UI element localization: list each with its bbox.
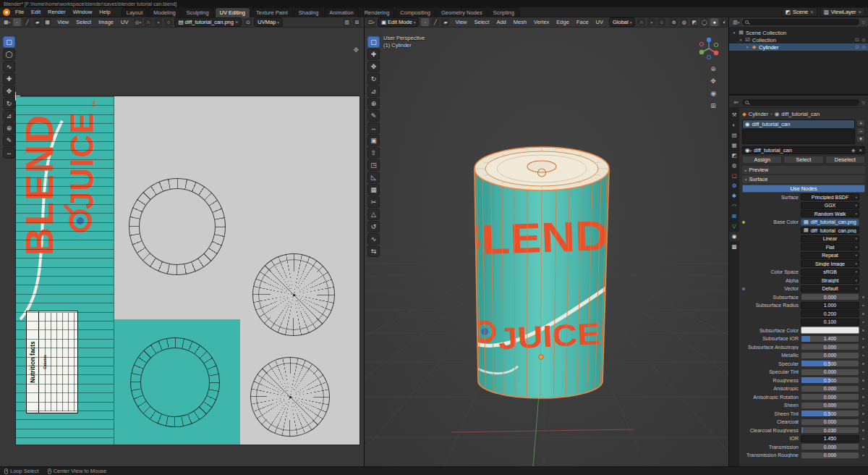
toggle-perspective-icon[interactable]: ⊞ [710, 102, 716, 109]
menu-render[interactable]: Render [44, 8, 69, 16]
xray-icon[interactable]: ◩ [690, 18, 698, 26]
outliner-row-scene-collection[interactable]: ▾▤Scene Collection [729, 29, 868, 36]
field-0-100[interactable]: 0.100 [801, 319, 859, 326]
animate-decorator-icon[interactable] [862, 321, 864, 324]
measure-tool[interactable]: ↔ [3, 147, 15, 159]
uv-menu-image[interactable]: Image [95, 18, 117, 26]
uv-overlay-icon[interactable]: ▥ [343, 18, 351, 26]
particles-tab[interactable]: ✱ [729, 191, 739, 201]
workspace-tab-geometry-nodes[interactable]: Geometry Nodes [436, 7, 488, 17]
editor-type-icon[interactable]: ⊡▾ [367, 18, 375, 26]
output-tab[interactable]: ▤ [729, 130, 739, 140]
field-0-200[interactable]: 0.200 [801, 310, 859, 317]
image-selector[interactable]: ▤ diff_tutorial_can.png × [174, 17, 242, 27]
slider-subsurface-anisotropy[interactable]: 0.000 [801, 343, 859, 350]
proportional-edit-icon[interactable]: ○ [658, 18, 665, 26]
menu-window[interactable]: Window [69, 8, 96, 16]
camera-view-icon[interactable]: ◉ [710, 90, 716, 97]
remove-slot-button[interactable]: − [856, 127, 865, 135]
dropdown-ggx[interactable]: GGX▾ [801, 202, 859, 209]
scale-tool[interactable]: ⊿ [3, 110, 15, 122]
rotate-tool[interactable]: ↻ [3, 98, 15, 109]
menu-edit[interactable]: Edit [27, 8, 44, 16]
shading-solid-icon[interactable]: ● [710, 18, 718, 26]
annotate-tool[interactable]: ✎ [3, 135, 15, 146]
zoom-icon[interactable]: ⊕ [710, 65, 716, 72]
workspace-tab-sculpting[interactable]: Sculpting [182, 7, 214, 17]
hide-render-icon[interactable]: ◎ [861, 37, 866, 43]
outliner-search-input[interactable] [742, 19, 859, 25]
navigation-gizmo[interactable] [697, 36, 721, 61]
dropdown-single-image[interactable]: Single Image▾ [801, 260, 859, 267]
dropdown-principled-bsdf[interactable]: Principled BSDF▾ [801, 193, 859, 201]
move-tool[interactable]: ✥ [367, 61, 380, 72]
face-mode-icon[interactable]: ▰ [441, 18, 449, 26]
animate-decorator-icon[interactable] [862, 413, 864, 415]
breadcrumb-object[interactable]: Cylinder [749, 111, 769, 117]
knife-tool[interactable]: ✂ [367, 196, 380, 208]
unlink-material-icon[interactable]: × [859, 147, 862, 154]
slider-subsurface-ior[interactable]: 1.400 [801, 335, 859, 342]
dropdown-random-walk[interactable]: Random Walk▾ [801, 210, 859, 217]
uv-vertex-select-icon[interactable]: ∙ [13, 18, 21, 26]
show-gizmo-icon[interactable]: ⊕ [670, 18, 678, 26]
animate-decorator-icon[interactable] [862, 421, 864, 424]
pin-image-icon[interactable]: ⊙ [244, 18, 252, 26]
overlays-icon[interactable]: ◍ [680, 18, 688, 26]
spin-tool[interactable]: ↺ [367, 221, 380, 232]
preview-panel-header[interactable]: ▸Preview [742, 166, 865, 174]
viewport-canvas[interactable]: ▢✚✥↻⊿⊕✎↔▣⇧◳◺▦✂△↺∿⇆ User Perspective (1) … [365, 28, 728, 466]
animate-decorator-icon[interactable] [862, 371, 864, 374]
editor-type-icon[interactable]: ▥▾ [732, 18, 740, 26]
transform-tool[interactable]: ⊕ [3, 122, 15, 134]
uv-cap-wheel-top[interactable] [252, 253, 335, 336]
expand-caret-icon[interactable]: ▾ [732, 30, 736, 35]
proportional-edit-icon[interactable]: ○ [164, 18, 172, 26]
slider-transmission[interactable]: 0.000 [801, 443, 859, 450]
uv-menu-uv[interactable]: UV [117, 18, 132, 26]
editor-type-icon[interactable]: ▦▾ [3, 18, 11, 26]
workspace-tab-modeling[interactable]: Modeling [148, 7, 180, 17]
viewport-menu-uv[interactable]: UV [592, 18, 607, 26]
transform-tool[interactable]: ⊕ [367, 98, 380, 109]
scene-unlink-icon[interactable]: × [810, 9, 813, 15]
hide-render-icon[interactable]: ◎ [861, 44, 866, 50]
select-lasso-tool[interactable]: ∿ [3, 61, 15, 72]
modifiers-tab[interactable]: ⚙ [729, 181, 739, 190]
loop-cut-tool[interactable]: ▦ [367, 184, 380, 196]
select-circle-tool[interactable]: ◯ [3, 49, 15, 60]
cursor-tool[interactable]: ✚ [3, 73, 15, 85]
select-button[interactable]: Select [783, 156, 823, 164]
filter-icon[interactable]: ▽ [861, 100, 865, 105]
menu-help[interactable]: Help [95, 8, 114, 16]
deselect-button[interactable]: Deselect [825, 156, 865, 164]
bevel-tool[interactable]: ◺ [367, 172, 380, 183]
slider-sheen[interactable]: 0.000 [801, 402, 859, 409]
animate-decorator-icon[interactable] [862, 405, 864, 407]
slider-specular-tint[interactable]: 0.000 [801, 369, 859, 376]
workspace-tab-rendering[interactable]: Rendering [359, 7, 395, 17]
workspace-tab-shading[interactable]: Shading [294, 7, 324, 17]
slider-roughness[interactable]: 0.500 [801, 377, 859, 384]
animate-decorator-icon[interactable] [862, 438, 864, 440]
material-slot-item[interactable]: ◉ diff_tutorial_can [743, 120, 854, 128]
material-tab[interactable]: ◉ [729, 232, 739, 241]
viewport-menu-view[interactable]: View [451, 18, 470, 26]
scene-selector[interactable]: ◩ Scene × [782, 7, 817, 17]
workspace-tab-layout[interactable]: Layout [122, 7, 148, 17]
snap-options-icon[interactable]: ▾ [154, 18, 162, 26]
hide-viewport-icon[interactable]: ⊡ [855, 37, 859, 43]
uv-image-area[interactable]: BLEND JUICE TM Nutrition facts Calories [16, 96, 359, 445]
snap-magnet-icon[interactable]: ∩ [637, 18, 645, 26]
animate-decorator-icon[interactable] [862, 363, 864, 365]
tool-tab[interactable]: ⚒ [729, 110, 739, 119]
uv-rim-ring-bottom[interactable] [130, 337, 220, 427]
view-layer-unlink-icon[interactable]: × [859, 9, 861, 15]
browse-material-icon[interactable]: ◉▾ [745, 147, 752, 154]
orientation-selector[interactable]: Global ▾ [609, 17, 635, 27]
image-datablock[interactable]: ▤diff_tutorial_can.png2× [801, 227, 859, 234]
slider-transmission-roughness[interactable]: 0.000 [801, 452, 859, 459]
scale-tool[interactable]: ⊿ [367, 85, 380, 97]
can-top[interactable] [475, 147, 609, 190]
slot-specials-button[interactable]: ▾ [856, 135, 865, 143]
